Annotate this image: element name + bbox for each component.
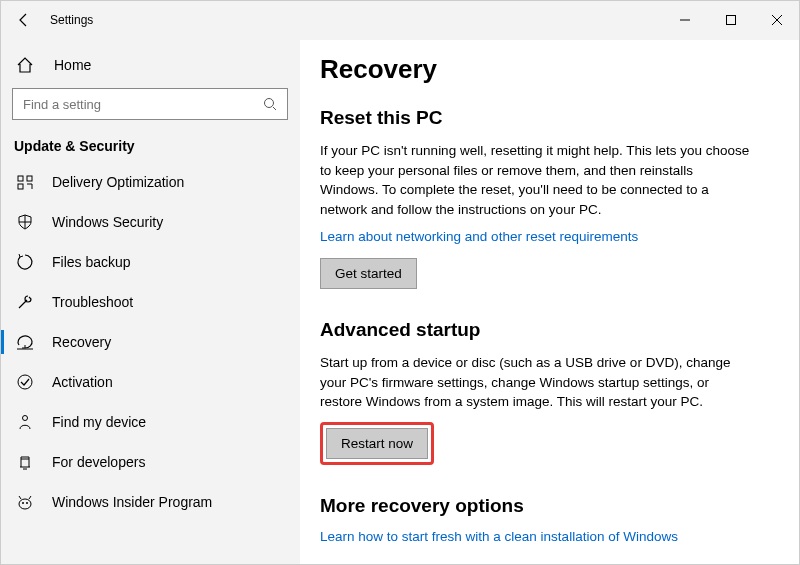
- sidebar-item-label: Troubleshoot: [52, 294, 133, 310]
- sidebar-item-recovery[interactable]: Recovery: [12, 322, 288, 362]
- sidebar-item-delivery-optimization[interactable]: Delivery Optimization: [12, 162, 288, 202]
- home-label: Home: [54, 57, 91, 73]
- sidebar-item-windows-insider[interactable]: Windows Insider Program: [12, 482, 288, 522]
- home-icon: [16, 56, 34, 74]
- get-started-button[interactable]: Get started: [320, 258, 417, 289]
- activation-icon: [16, 373, 34, 391]
- sidebar-item-label: For developers: [52, 454, 145, 470]
- sidebar-category: Update & Security: [14, 138, 288, 154]
- svg-rect-4: [18, 176, 23, 181]
- restart-now-button[interactable]: Restart now: [326, 428, 428, 459]
- sidebar-item-label: Files backup: [52, 254, 131, 270]
- reset-requirements-link[interactable]: Learn about networking and other reset r…: [320, 229, 638, 244]
- search-input[interactable]: [23, 97, 243, 112]
- titlebar: Settings: [0, 0, 800, 40]
- back-button[interactable]: [16, 12, 32, 28]
- svg-point-9: [23, 416, 28, 421]
- sidebar-item-activation[interactable]: Activation: [12, 362, 288, 402]
- insider-icon: [16, 493, 34, 511]
- minimize-button[interactable]: [662, 5, 708, 35]
- sidebar-item-label: Windows Insider Program: [52, 494, 212, 510]
- search-box[interactable]: [12, 88, 288, 120]
- sidebar-item-for-developers[interactable]: For developers: [12, 442, 288, 482]
- svg-point-2: [265, 99, 274, 108]
- home-link[interactable]: Home: [12, 50, 288, 84]
- more-recovery-section: More recovery options Learn how to start…: [320, 495, 776, 558]
- sidebar: Home Update & Security Delivery Optimiza…: [0, 40, 300, 565]
- advanced-startup-section: Advanced startup Start up from a device …: [320, 319, 776, 465]
- content-pane: Recovery Reset this PC If your PC isn't …: [300, 40, 800, 565]
- svg-point-12: [26, 502, 28, 504]
- svg-rect-5: [27, 176, 32, 181]
- sidebar-item-label: Windows Security: [52, 214, 163, 230]
- svg-line-3: [273, 107, 276, 110]
- reset-pc-heading: Reset this PC: [320, 107, 776, 129]
- advanced-startup-heading: Advanced startup: [320, 319, 776, 341]
- restart-now-highlight: Restart now: [320, 422, 434, 465]
- sidebar-item-label: Activation: [52, 374, 113, 390]
- shield-icon: [16, 213, 34, 231]
- sidebar-item-label: Recovery: [52, 334, 111, 350]
- window-title: Settings: [50, 13, 93, 27]
- reset-pc-description: If your PC isn't running well, resetting…: [320, 141, 750, 219]
- svg-point-10: [19, 499, 31, 509]
- sidebar-item-troubleshoot[interactable]: Troubleshoot: [12, 282, 288, 322]
- backup-icon: [16, 253, 34, 271]
- svg-point-8: [18, 375, 32, 389]
- close-button[interactable]: [754, 5, 800, 35]
- svg-rect-6: [18, 184, 23, 189]
- find-device-icon: [16, 413, 34, 431]
- delivery-optimization-icon: [16, 173, 34, 191]
- fresh-install-link[interactable]: Learn how to start fresh with a clean in…: [320, 529, 678, 544]
- svg-rect-1: [727, 16, 736, 25]
- advanced-startup-description: Start up from a device or disc (such as …: [320, 353, 750, 412]
- sidebar-item-find-my-device[interactable]: Find my device: [12, 402, 288, 442]
- sidebar-item-label: Delivery Optimization: [52, 174, 184, 190]
- more-recovery-heading: More recovery options: [320, 495, 776, 517]
- svg-point-11: [22, 502, 24, 504]
- reset-pc-section: Reset this PC If your PC isn't running w…: [320, 107, 776, 289]
- developers-icon: [16, 453, 34, 471]
- wrench-icon: [16, 293, 34, 311]
- page-title: Recovery: [320, 54, 776, 85]
- sidebar-item-label: Find my device: [52, 414, 146, 430]
- sidebar-item-windows-security[interactable]: Windows Security: [12, 202, 288, 242]
- search-icon: [263, 97, 277, 111]
- sidebar-item-files-backup[interactable]: Files backup: [12, 242, 288, 282]
- maximize-button[interactable]: [708, 5, 754, 35]
- recovery-icon: [16, 333, 34, 351]
